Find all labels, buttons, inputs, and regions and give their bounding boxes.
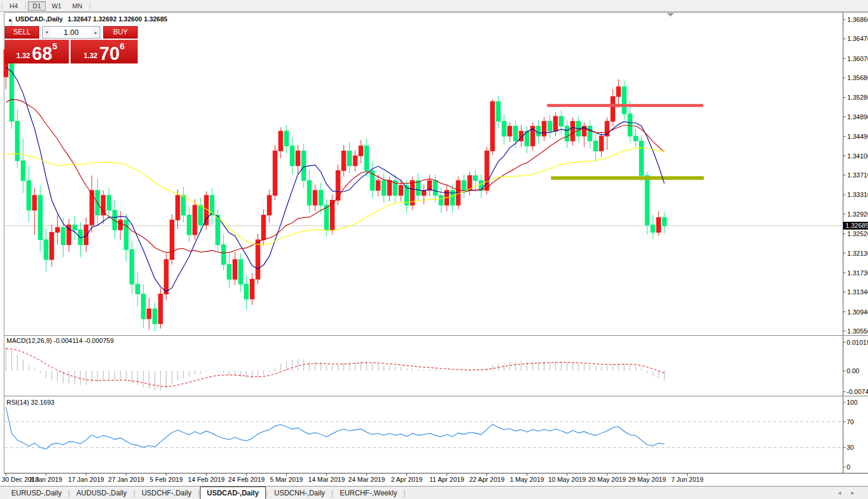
period-toolbar: H4D1W1MN <box>0 0 868 12</box>
date-axis-label: 24 Feb 2019 <box>228 476 265 483</box>
candle <box>216 215 220 244</box>
candle <box>193 205 197 235</box>
candle <box>513 126 517 141</box>
date-axis-label: 22 Apr 2019 <box>469 476 504 483</box>
candle <box>61 227 65 244</box>
candle <box>158 294 163 324</box>
chart-tab-usdchf[interactable]: USDCHF-,Daily <box>135 488 198 499</box>
price-axis-label: 1.36470 <box>847 35 868 42</box>
candle <box>536 126 540 136</box>
collapse-icon[interactable]: ▲ <box>8 17 12 23</box>
rsi-axis-label: 30 <box>847 444 854 451</box>
price-axis-label: 1.33710 <box>847 171 868 179</box>
candle <box>554 116 558 131</box>
date-axis-label: 5 Feb 2019 <box>150 476 183 483</box>
toolbar-separator <box>90 2 90 9</box>
chart-canvas[interactable]: 1.368601.364701.360701.356801.352801.348… <box>0 11 868 487</box>
chart-background <box>2 11 868 487</box>
candle <box>359 146 363 156</box>
candle <box>44 240 48 259</box>
candle <box>657 218 661 233</box>
date-axis-label: 8 Jan 2019 <box>30 476 62 483</box>
candle <box>462 180 466 190</box>
date-axis-label: 1 May 2019 <box>510 476 543 483</box>
buy-price-main: 70 <box>99 45 119 62</box>
period-button-w1[interactable]: W1 <box>47 1 66 11</box>
candle <box>433 180 437 195</box>
candle <box>387 180 392 195</box>
candle <box>399 186 403 196</box>
candle <box>199 205 203 225</box>
toolbar-separator <box>2 2 2 9</box>
candle <box>15 121 20 161</box>
candle <box>502 121 506 136</box>
candle <box>364 146 368 171</box>
candle <box>622 87 627 114</box>
sell-price-main: 68 <box>32 45 52 62</box>
candle <box>491 101 495 151</box>
volume-input[interactable] <box>51 27 91 38</box>
candle <box>284 131 288 146</box>
period-button-mn[interactable]: MN <box>68 1 87 11</box>
price-axis-label: 1.32920 <box>847 211 868 218</box>
one-click-trade-panel: SELL ▼ ▲ BUY 1.32 68 5 1.32 70 6 <box>5 26 138 63</box>
candle <box>33 195 37 210</box>
rsi-label: RSI(14) 32.1693 <box>7 399 55 406</box>
candle <box>381 180 386 195</box>
period-button-d1[interactable]: D1 <box>28 1 46 11</box>
macd-axis-label: 0.00 <box>847 367 859 374</box>
candle <box>307 180 311 205</box>
candle <box>152 309 157 324</box>
candle <box>296 151 300 166</box>
tab-scroll-left-icon[interactable]: ◂ <box>838 489 841 496</box>
candle <box>50 233 54 260</box>
rsi-axis-label: 100 <box>847 399 857 406</box>
chart-tab-eurchf[interactable]: EURCHF-,Weekly <box>333 488 403 499</box>
candle <box>124 220 128 250</box>
macd-axis-label: -0.007476 <box>847 388 868 395</box>
sell-price-box[interactable]: 1.32 68 5 <box>5 40 69 63</box>
date-axis-label: 27 Jan 2019 <box>108 476 144 483</box>
rsi-axis-label: 70 <box>847 418 854 425</box>
chart-title: USDCAD-,Daily <box>15 15 63 23</box>
chart-header: ▲USDCAD-,Daily1.32647 1.32692 1.32600 1.… <box>8 15 167 23</box>
price-axis-label: 1.34490 <box>847 133 868 140</box>
date-axis-label: 5 Mar 2019 <box>270 476 303 483</box>
sell-button[interactable]: SELL <box>5 26 39 39</box>
candle <box>119 220 123 230</box>
candle <box>250 279 254 299</box>
volume-stepper: ▼ ▲ <box>42 26 100 39</box>
volume-decrease-button[interactable]: ▼ <box>43 27 51 38</box>
candle <box>662 218 666 226</box>
tab-scroll-right-icon[interactable]: ▸ <box>851 489 854 496</box>
price-axis-label: 1.32520 <box>847 230 868 237</box>
date-axis-label: 14 Feb 2019 <box>188 476 225 483</box>
candle <box>187 215 191 234</box>
chart-tab-bar: EURUSD-,Daily|AUDUSD-,Daily|USDCHF-,Dail… <box>0 486 868 499</box>
chart-tab-usdcnh[interactable]: USDCNH-,Daily <box>268 488 331 499</box>
candle <box>256 240 260 279</box>
candle <box>262 215 266 240</box>
chart-tab-audusd[interactable]: AUDUSD-,Daily <box>70 488 133 499</box>
sell-price-prefix: 1.32 <box>16 52 30 60</box>
candle <box>244 284 249 299</box>
candle <box>227 265 231 279</box>
buy-price-box[interactable]: 1.32 70 6 <box>71 40 138 63</box>
chart-tab-eurusd[interactable]: EURUSD-,Daily <box>5 488 68 499</box>
candle <box>141 294 145 319</box>
candle <box>640 141 644 176</box>
tab-scroll-controls: ◂ ▸ <box>834 489 859 497</box>
period-button-h4[interactable]: H4 <box>5 1 23 11</box>
candle <box>628 114 632 136</box>
chart-tab-usdcad[interactable]: USDCAD-,Daily <box>200 487 266 499</box>
candle <box>325 205 329 230</box>
candle <box>273 151 277 195</box>
price-axis-label: 1.35680 <box>847 74 868 81</box>
candle <box>176 195 180 220</box>
candle <box>611 97 615 122</box>
volume-increase-button[interactable]: ▲ <box>91 27 100 38</box>
candle <box>645 176 649 225</box>
candle <box>147 309 151 319</box>
date-axis-label: 17 Jan 2019 <box>68 476 104 483</box>
buy-button[interactable]: BUY <box>103 26 138 39</box>
